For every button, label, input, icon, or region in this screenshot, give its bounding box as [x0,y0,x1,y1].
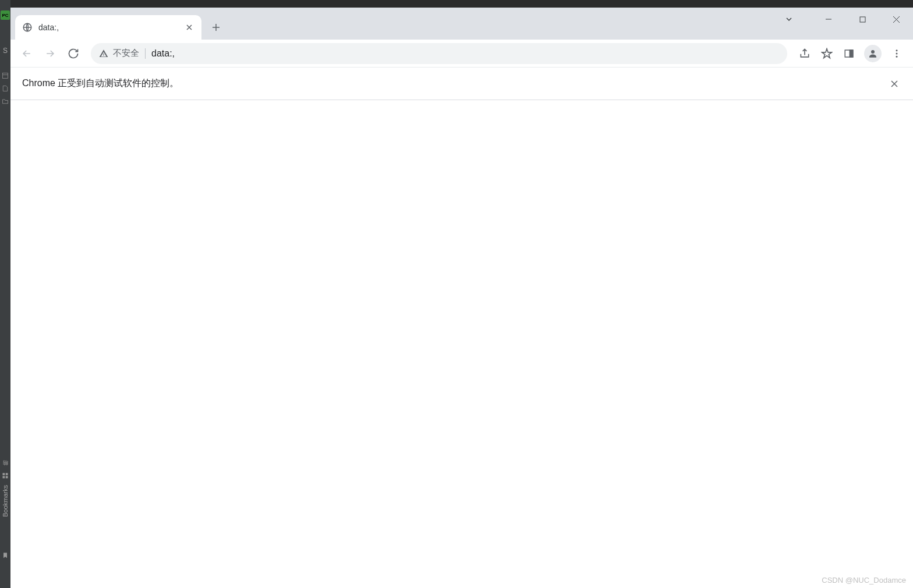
profile-button[interactable] [864,45,882,62]
browser-window: data:, [10,8,913,588]
arrow-right-icon [44,48,56,59]
ide-top-bar [10,0,913,8]
globe-icon [22,22,33,33]
svg-rect-5 [6,476,8,479]
security-indicator[interactable]: 不安全 [99,48,139,59]
forward-button[interactable] [40,43,61,64]
bookmark-icon[interactable] [2,552,9,559]
tab-strip: data:, [10,8,913,40]
menu-button[interactable] [886,43,907,64]
divider [145,48,146,59]
ide-logo-badge: PC [1,10,10,20]
svg-point-13 [896,52,898,54]
svg-rect-2 [3,473,5,475]
back-button[interactable] [16,43,37,64]
bookmark-button[interactable] [816,43,837,64]
infobar-close-button[interactable] [887,77,901,91]
side-panel-button[interactable] [838,43,859,64]
tab-close-button[interactable] [184,22,194,33]
window-controls [772,8,913,31]
reload-icon [68,48,79,59]
ide-sidebar: PC S 结构 Bookmarks [0,0,10,588]
kebab-menu-icon [891,48,902,59]
side-panel-icon [844,48,854,59]
close-icon [186,24,193,31]
svg-point-11 [871,50,875,54]
svg-rect-0 [3,73,8,79]
file-icon[interactable] [2,85,9,92]
new-tab-button[interactable] [207,19,225,36]
tab-title: data:, [38,23,178,32]
person-icon [868,48,878,59]
tab-search-button[interactable] [772,8,806,31]
close-icon [893,16,900,23]
svg-rect-10 [850,50,853,57]
minimize-button[interactable] [812,8,845,31]
svg-point-14 [896,55,898,57]
panel-icon[interactable] [2,72,9,79]
infobar-message: Chrome 正受到自动测试软件的控制。 [22,77,179,90]
automation-infobar: Chrome 正受到自动测试软件的控制。 [10,68,913,100]
security-text: 不安全 [113,48,139,59]
svg-rect-4 [3,476,5,479]
reload-button[interactable] [63,43,84,64]
chevron-down-icon [785,15,793,23]
address-bar[interactable]: 不安全 data:, [91,43,787,64]
browser-tab[interactable]: data:, [15,15,201,40]
watermark: CSDN @NUC_Dodamce [822,576,906,585]
warning-triangle-icon [99,49,108,58]
ide-sidebar-letter: S [3,47,8,55]
maximize-icon [859,16,866,23]
maximize-button[interactable] [845,8,879,31]
bookmarks-panel-label[interactable]: Bookmarks [2,485,9,517]
plus-icon [211,23,221,32]
toolbar-actions [794,43,907,64]
arrow-left-icon [21,48,33,59]
close-icon [890,80,898,88]
grid-icon[interactable] [2,472,9,479]
close-window-button[interactable] [879,8,913,31]
page-content [10,100,913,588]
folder-icon[interactable] [2,98,9,105]
browser-toolbar: 不安全 data:, [10,40,913,68]
svg-rect-3 [6,473,8,475]
star-icon [821,48,833,59]
minimize-icon [825,16,832,23]
svg-rect-7 [860,17,865,22]
url-text: data:, [151,48,175,59]
share-icon [799,48,811,59]
share-button[interactable] [794,43,815,64]
svg-point-12 [896,49,898,51]
